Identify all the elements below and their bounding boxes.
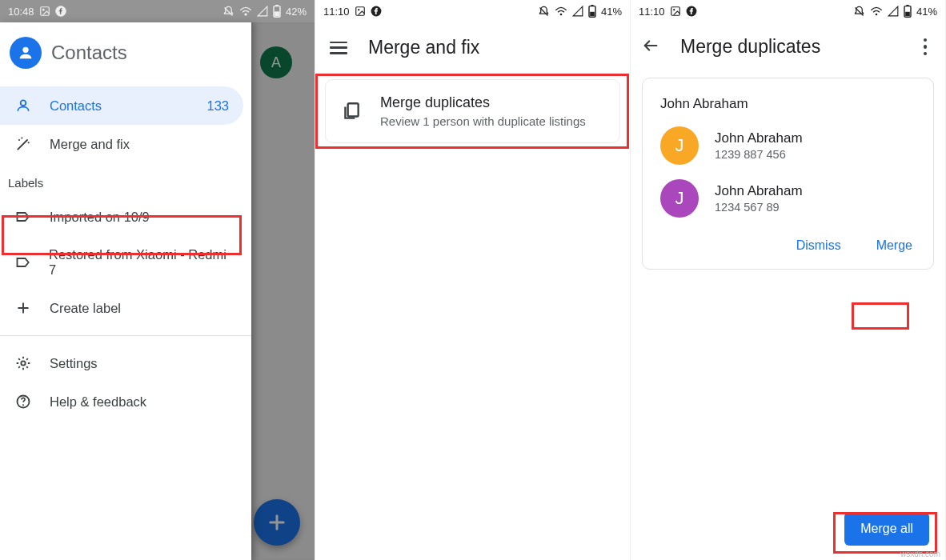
watermark: wsxdn.com [900, 550, 940, 558]
app-behind-drawer: A [251, 22, 315, 560]
image-icon [39, 6, 50, 17]
account-avatar[interactable]: A [260, 46, 292, 78]
drawer-item-label: Merge and fix [50, 137, 130, 152]
merge-duplicates-card[interactable]: Merge duplicates Review 1 person with du… [325, 79, 620, 143]
svg-point-9 [21, 100, 26, 106]
drawer-label-imported[interactable]: Imported on 10/9 [0, 198, 243, 236]
drawer-item-label: Restored from Xiaomi - Redmi 7 [49, 247, 229, 278]
signal-icon [888, 6, 899, 17]
duplicate-group-card: John Abraham J John Abraham 1239 887 456… [642, 78, 934, 270]
labels-header: Labels [0, 163, 251, 198]
page-title: Merge duplicates [680, 36, 820, 58]
back-arrow-icon[interactable] [642, 37, 659, 58]
status-time: 11:10 [323, 6, 350, 17]
svg-rect-25 [671, 7, 679, 16]
drawer-help[interactable]: Help & feedback [0, 382, 243, 421]
label-icon [14, 254, 31, 270]
svg-point-15 [22, 404, 24, 406]
wifi-icon [555, 6, 567, 17]
drawer-label-restored[interactable]: Restored from Xiaomi - Redmi 7 [0, 236, 243, 289]
status-bar: 11:10 41% [631, 0, 945, 22]
svg-rect-24 [348, 103, 359, 116]
gear-icon [14, 355, 32, 371]
plus-icon [14, 300, 32, 316]
battery-icon [273, 5, 281, 18]
dismiss-button[interactable]: Dismiss [793, 235, 844, 256]
navigation-drawer: Contacts Contacts 133 Merge and fix Labe… [0, 22, 251, 560]
bell-off-icon [538, 6, 550, 18]
duplicate-entry[interactable]: J John Abraham 1234 567 89 [660, 179, 916, 218]
copy-icon [340, 100, 363, 122]
image-icon [670, 6, 681, 17]
svg-rect-23 [590, 12, 595, 16]
merge-all-button[interactable]: Merge all [844, 512, 929, 546]
status-time: 10:48 [8, 6, 34, 17]
svg-point-11 [21, 137, 22, 138]
bell-off-icon [853, 6, 865, 18]
drawer-header: Contacts [0, 22, 251, 86]
signal-icon [257, 6, 268, 17]
drawer-item-label: Create label [50, 301, 121, 316]
divider [0, 335, 251, 336]
avatar-letter: J [675, 135, 684, 156]
svg-point-4 [245, 14, 247, 16]
drawer-item-label: Imported on 10/9 [50, 210, 150, 225]
svg-rect-31 [906, 5, 908, 6]
wifi-icon [239, 6, 252, 17]
more-icon[interactable] [916, 38, 934, 56]
status-battery-pct: 42% [286, 6, 307, 17]
svg-point-8 [22, 47, 28, 53]
svg-point-29 [876, 14, 878, 16]
contacts-logo-icon [10, 37, 42, 69]
drawer-item-contacts[interactable]: Contacts 133 [0, 86, 243, 125]
facebook-icon [55, 6, 66, 17]
status-bar: 11:10 41% [315, 0, 630, 22]
drawer-create-label[interactable]: Create label [0, 289, 243, 327]
battery-icon [588, 5, 596, 18]
app-bar: Merge and fix [315, 22, 630, 73]
svg-point-20 [560, 14, 563, 16]
svg-rect-32 [905, 12, 910, 16]
image-icon [355, 6, 366, 17]
status-battery-pct: 41% [601, 6, 622, 17]
svg-rect-6 [275, 5, 278, 6]
duplicate-entry[interactable]: J John Abraham 1239 887 456 [660, 126, 916, 165]
add-contact-fab[interactable] [254, 499, 300, 546]
card-subtitle: Review 1 person with duplicate listings [380, 114, 586, 128]
svg-point-10 [18, 139, 20, 141]
help-icon [14, 394, 32, 410]
drawer-settings[interactable]: Settings [0, 344, 243, 382]
person-icon [14, 98, 32, 114]
svg-rect-22 [591, 5, 593, 6]
entry-name: John Abraham [715, 183, 803, 199]
avatar: J [660, 126, 699, 165]
highlight-merge-button [852, 302, 909, 330]
signal-icon [572, 6, 583, 17]
status-time: 11:10 [639, 6, 665, 17]
svg-rect-7 [275, 12, 279, 16]
page-title: Merge and fix [368, 37, 479, 58]
svg-point-17 [358, 9, 359, 10]
drawer-item-label: Help & feedback [50, 394, 146, 410]
magic-wand-icon [14, 136, 32, 152]
menu-icon[interactable] [330, 42, 347, 54]
drawer-item-merge-fix[interactable]: Merge and fix [0, 125, 243, 163]
label-icon [14, 209, 32, 225]
facebook-icon [686, 6, 697, 17]
card-title: Merge duplicates [380, 94, 586, 111]
status-battery-pct: 41% [916, 6, 937, 17]
status-bar: 10:48 42% [0, 0, 315, 22]
facebook-icon [371, 6, 382, 17]
avatar-letter: J [675, 188, 684, 209]
app-title: Contacts [51, 42, 127, 64]
duplicate-group-name: John Abraham [660, 96, 916, 112]
merge-button[interactable]: Merge [873, 235, 916, 256]
entry-name: John Abraham [715, 130, 803, 146]
contacts-count: 133 [206, 98, 229, 114]
entry-phone: 1234 567 89 [715, 201, 803, 214]
svg-rect-16 [355, 7, 364, 16]
bell-off-icon [222, 6, 234, 18]
avatar: J [660, 179, 699, 218]
battery-icon [904, 5, 912, 18]
svg-point-12 [28, 142, 30, 143]
